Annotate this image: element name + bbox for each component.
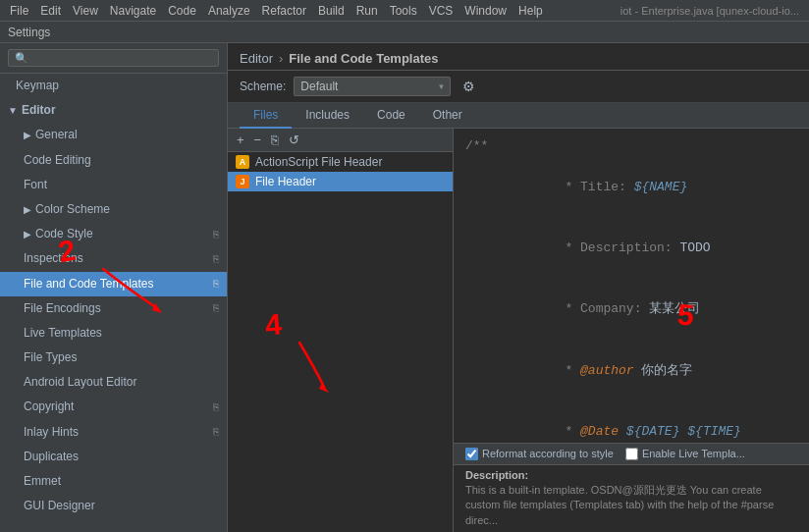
file-list-panel: + − ⎘ ↺ A ActionScript File Header J Fil… xyxy=(228,129,454,532)
sidebar-item-inspections[interactable]: Inspections ⎘ xyxy=(0,246,227,271)
sidebar-item-editor[interactable]: ▼ Editor xyxy=(0,98,227,123)
copy-icon: ⎘ xyxy=(213,300,219,316)
sidebar-item-gui-designer[interactable]: GUI Designer xyxy=(0,494,227,518)
menu-run[interactable]: Run xyxy=(351,0,384,21)
menu-build[interactable]: Build xyxy=(312,0,351,21)
window-title: iot - Enterprise.java [qunex-cloud-io... xyxy=(615,0,805,21)
file-item-actionscript[interactable]: A ActionScript File Header xyxy=(228,152,453,172)
sidebar-item-font[interactable]: Font xyxy=(0,173,227,197)
code-line-5: * @author 你的名字 xyxy=(465,341,797,401)
tab-files[interactable]: Files xyxy=(240,103,292,129)
sidebar-item-file-and-code-templates[interactable]: File and Code Templates ⎘ xyxy=(0,272,227,296)
code-line-1: /** xyxy=(465,136,797,157)
code-panel: /** * Title: ${NAME} * Description: TODO… xyxy=(454,129,809,532)
java-icon: J xyxy=(236,175,249,188)
bottom-bar: Reformat according to style Enable Live … xyxy=(454,443,809,464)
gear-button[interactable]: ⚙ xyxy=(458,77,479,96)
sidebar-search-input[interactable] xyxy=(8,49,219,67)
sidebar-item-color-scheme[interactable]: ▶ Color Scheme xyxy=(0,197,227,222)
sidebar-item-copyright[interactable]: Copyright ⎘ xyxy=(0,395,227,419)
description-area: Description: This is a built-in template… xyxy=(454,464,809,532)
scheme-select-wrap: Default xyxy=(294,77,451,96)
tab-code[interactable]: Code xyxy=(363,103,419,129)
copy-icon: ⎘ xyxy=(213,251,219,267)
title-bar: Settings xyxy=(0,22,809,43)
menu-edit[interactable]: Edit xyxy=(34,0,67,21)
menu-code[interactable]: Code xyxy=(162,0,202,21)
menu-analyze[interactable]: Analyze xyxy=(202,0,256,21)
menu-refactor[interactable]: Refactor xyxy=(256,0,312,21)
scheme-select[interactable]: Default xyxy=(294,77,451,96)
sidebar-item-keymap[interactable]: Keymap xyxy=(0,74,227,98)
remove-template-button[interactable]: − xyxy=(251,132,265,148)
breadcrumb-title: File and Code Templates xyxy=(289,51,438,66)
menu-vcs[interactable]: VCS xyxy=(423,0,459,21)
tabs-row: Files Includes Code Other xyxy=(228,103,809,129)
sidebar: Keymap ▼ Editor ▶ General Code Editing F… xyxy=(0,43,228,532)
arrow-right-icon: ▶ xyxy=(24,202,31,218)
code-line-2: * Title: ${NAME} xyxy=(465,157,797,218)
copy-icon: ⎘ xyxy=(213,424,219,440)
file-list-toolbar: + − ⎘ ↺ xyxy=(228,129,453,152)
tab-other[interactable]: Other xyxy=(419,103,476,129)
sidebar-search-area xyxy=(0,43,227,74)
code-line-4: * Company: 某某公司 xyxy=(465,280,797,341)
editor-area: + − ⎘ ↺ A ActionScript File Header J Fil… xyxy=(228,129,809,532)
arrow-right-icon: ▶ xyxy=(24,128,31,143)
menu-file[interactable]: File xyxy=(4,0,34,21)
copy-icon: ⎘ xyxy=(213,227,219,242)
sidebar-item-file-types[interactable]: File Types xyxy=(0,346,227,370)
arrow-right-icon: ▶ xyxy=(24,227,31,242)
sidebar-item-android-layout-editor[interactable]: Android Layout Editor xyxy=(0,370,227,395)
menu-window[interactable]: Window xyxy=(458,0,512,21)
reformat-checkbox[interactable] xyxy=(465,448,478,460)
sidebar-item-code-style[interactable]: ▶ Code Style ⎘ xyxy=(0,222,227,246)
breadcrumb-separator: › xyxy=(279,51,283,66)
code-line-3: * Description: TODO xyxy=(465,218,797,279)
actionscript-icon: A xyxy=(236,155,249,169)
add-template-button[interactable]: + xyxy=(234,132,247,148)
sidebar-item-code-editing[interactable]: Code Editing xyxy=(0,148,227,173)
menu-navigate[interactable]: Navigate xyxy=(104,0,162,21)
live-templates-label: Enable Live Templa... xyxy=(642,448,745,459)
menu-view[interactable]: View xyxy=(67,0,104,21)
reset-template-button[interactable]: ↺ xyxy=(286,132,302,148)
sidebar-item-live-templates[interactable]: Live Templates xyxy=(0,321,227,346)
file-item-header[interactable]: J File Header xyxy=(228,172,453,191)
sidebar-item-emmet[interactable]: Emmet xyxy=(0,469,227,494)
content-area: Editor › File and Code Templates Scheme:… xyxy=(228,43,809,532)
tab-includes[interactable]: Includes xyxy=(292,103,363,129)
reformat-checkbox-label[interactable]: Reformat according to style xyxy=(465,448,614,460)
content-header: Editor › File and Code Templates xyxy=(228,43,809,71)
copy-template-button[interactable]: ⎘ xyxy=(268,132,282,148)
scheme-row: Scheme: Default ⚙ xyxy=(228,71,809,103)
scheme-label: Scheme: xyxy=(240,80,286,93)
live-templates-checkbox[interactable] xyxy=(625,448,638,460)
sidebar-item-inlay-hints[interactable]: Inlay Hints ⎘ xyxy=(0,420,227,445)
live-templates-checkbox-label[interactable]: Enable Live Templa... xyxy=(625,448,745,460)
code-line-6: * @Date ${DATE} ${TIME} xyxy=(465,401,797,442)
file-list: A ActionScript File Header J File Header xyxy=(228,152,453,532)
menu-bar: File Edit View Navigate Code Analyze Ref… xyxy=(0,0,809,22)
sidebar-item-duplicates[interactable]: Duplicates xyxy=(0,445,227,469)
sidebar-item-general[interactable]: ▶ General xyxy=(0,123,227,147)
breadcrumb-parent: Editor xyxy=(240,51,273,66)
description-label: Description: xyxy=(465,469,797,481)
menu-help[interactable]: Help xyxy=(512,0,549,21)
sidebar-item-file-encodings[interactable]: File Encodings ⎘ xyxy=(0,296,227,321)
copy-icon: ⎘ xyxy=(213,276,219,292)
description-text: This is a built-in template. OSDN@源阳光更迭 … xyxy=(465,483,797,528)
reformat-label: Reformat according to style xyxy=(482,448,614,459)
menu-tools[interactable]: Tools xyxy=(384,0,423,21)
dialog-title: Settings xyxy=(8,26,50,39)
code-editor[interactable]: /** * Title: ${NAME} * Description: TODO… xyxy=(454,129,809,443)
arrow-down-icon: ▼ xyxy=(8,103,18,119)
copy-icon: ⎘ xyxy=(213,399,219,415)
